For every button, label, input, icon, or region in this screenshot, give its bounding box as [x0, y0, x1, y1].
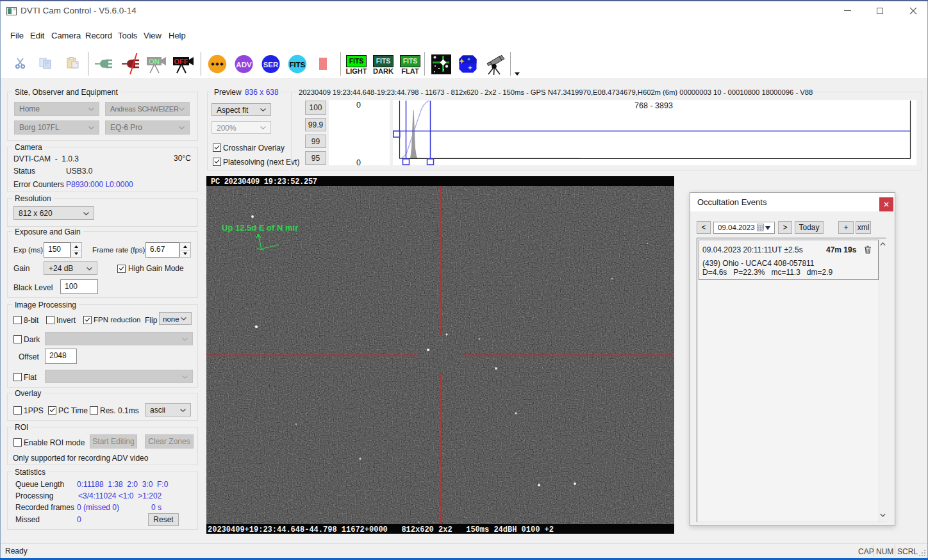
- svg-text:ADV: ADV: [236, 61, 252, 69]
- svg-text:PC 20230409 19:23:52.257: PC 20230409 19:23:52.257: [211, 177, 317, 186]
- svg-text:SER: SER: [263, 61, 279, 69]
- svg-text:Up 12.5d E of N mir: Up 12.5d E of N mir: [222, 223, 298, 233]
- svg-text:20230409+19:23:44.648-44.798 1: 20230409+19:23:44.648-44.798 11672+0000 …: [208, 525, 554, 534]
- svg-text:OFF: OFF: [174, 58, 188, 65]
- svg-text:ON: ON: [149, 58, 160, 65]
- svg-text:FITS: FITS: [290, 61, 306, 69]
- svg-text:768 - 3893: 768 - 3893: [634, 101, 673, 110]
